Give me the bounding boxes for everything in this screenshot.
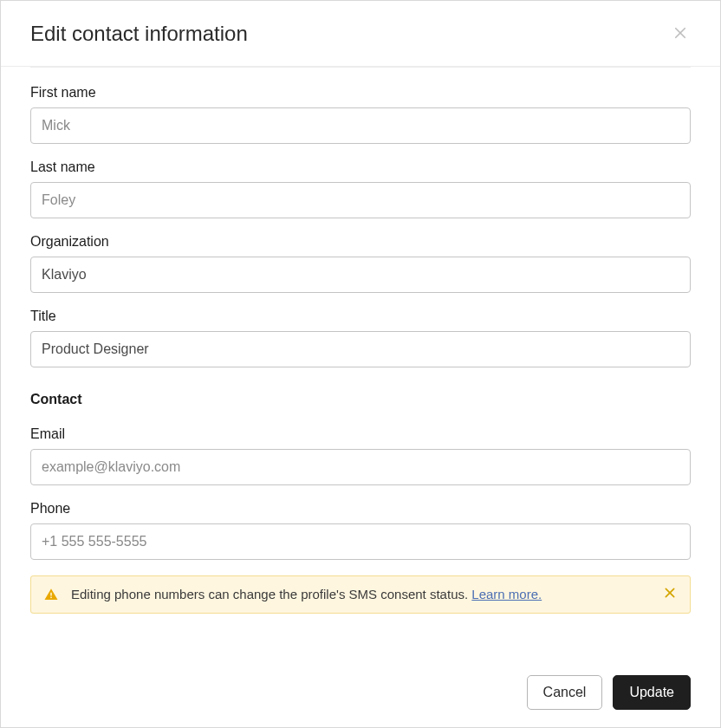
close-icon	[672, 25, 688, 43]
title-input[interactable]	[30, 331, 691, 367]
contact-section-heading: Contact	[30, 392, 691, 407]
edit-contact-dialog: Edit contact information First name Last…	[0, 0, 721, 728]
last-name-label: Last name	[30, 159, 691, 175]
svg-rect-2	[50, 593, 52, 596]
close-button[interactable]	[670, 23, 691, 44]
alert-message: Editing phone numbers can change the pro…	[71, 587, 471, 601]
first-name-label: First name	[30, 85, 691, 101]
title-label: Title	[30, 309, 691, 324]
dialog-footer: Cancel Update	[527, 675, 691, 710]
email-field: Email	[30, 426, 691, 485]
svg-rect-3	[50, 596, 52, 598]
close-icon	[663, 586, 677, 602]
update-button[interactable]: Update	[613, 675, 691, 710]
last-name-field: Last name	[30, 159, 691, 218]
phone-field: Phone	[30, 501, 691, 560]
dialog-title: Edit contact information	[30, 22, 691, 47]
phone-label: Phone	[30, 501, 691, 517]
sms-consent-alert: Editing phone numbers can change the pro…	[30, 575, 691, 614]
email-label: Email	[30, 426, 691, 442]
first-name-field: First name	[30, 85, 691, 144]
warning-icon	[43, 587, 59, 602]
last-name-input[interactable]	[30, 182, 691, 218]
organization-input[interactable]	[30, 257, 691, 293]
alert-text: Editing phone numbers can change the pro…	[71, 587, 650, 601]
dialog-header: Edit contact information	[1, 1, 720, 67]
cancel-button[interactable]: Cancel	[527, 675, 603, 710]
first-name-input[interactable]	[30, 107, 691, 144]
organization-field: Organization	[30, 234, 691, 293]
organization-label: Organization	[30, 234, 691, 250]
learn-more-link[interactable]: Learn more.	[471, 587, 542, 601]
phone-input[interactable]	[30, 523, 691, 560]
email-input[interactable]	[30, 449, 691, 485]
title-field: Title	[30, 309, 691, 367]
form-area: First name Last name Organization Title …	[1, 68, 720, 560]
alert-close-button[interactable]	[662, 587, 678, 602]
